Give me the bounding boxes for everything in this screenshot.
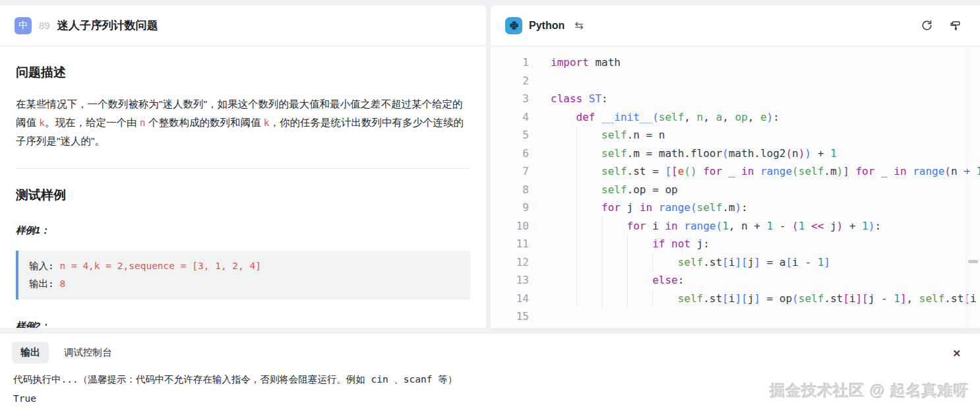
example2-label: 样例2： bbox=[16, 320, 470, 328]
console-panel: 输出调试控制台 ✕ 代码执行中...（温馨提示：代码中不允许存在输入指令，否则将… bbox=[0, 333, 980, 409]
code-line[interactable]: 10 for i in range(1, n + 1 - (1 << j) + … bbox=[491, 217, 980, 236]
line-number: 7 bbox=[491, 162, 529, 181]
line-number: 8 bbox=[491, 181, 529, 199]
section-divider bbox=[16, 168, 470, 169]
line-number: 15 bbox=[491, 307, 529, 326]
line-number: 3 bbox=[491, 90, 529, 108]
line-number: 5 bbox=[491, 126, 529, 144]
problem-title: 迷人子序列计数问题 bbox=[57, 18, 158, 33]
output-value: 8 bbox=[59, 278, 65, 289]
problem-description: 在某些情况下，一个数列被称为"迷人数列"，如果这个数列的最大值和最小值之差不超过… bbox=[16, 95, 470, 150]
close-icon[interactable]: ✕ bbox=[952, 348, 961, 358]
code-line[interactable]: 5 self.n = n bbox=[491, 126, 980, 144]
refresh-icon bbox=[921, 19, 933, 32]
console-tab-1[interactable]: 调试控制台 bbox=[55, 342, 121, 363]
inline-code: k bbox=[39, 117, 45, 128]
input-value: n = 4,k = 2,sequence = [3, 1, 2, 4] bbox=[59, 261, 261, 271]
format-code-button[interactable] bbox=[949, 19, 962, 32]
code-line[interactable]: 6 self.m = math.floor(math.log2(n)) + 1 bbox=[491, 144, 980, 163]
language-label[interactable]: Python bbox=[529, 20, 565, 32]
problem-panel: 中 89 迷人子序列计数问题 问题描述 在某些情况下，一个数列被称为"迷人数列"… bbox=[0, 5, 486, 328]
code-line[interactable]: 2 bbox=[491, 72, 980, 90]
example1-output-line: 输出: 8 bbox=[29, 275, 460, 293]
line-number: 6 bbox=[491, 144, 529, 163]
switch-language-icon[interactable]: ⇆ bbox=[574, 19, 583, 32]
problem-body: 问题描述 在某些情况下，一个数列被称为"迷人数列"，如果这个数列的最大值和最小值… bbox=[0, 64, 486, 328]
code-line[interactable]: 11 if not j: bbox=[491, 235, 980, 253]
console-tabs: 输出调试控制台 bbox=[0, 334, 980, 363]
code-line[interactable]: 3class ST: bbox=[491, 90, 980, 108]
inline-code: n bbox=[140, 117, 146, 128]
code-line[interactable]: 1import math bbox=[491, 53, 980, 72]
output-label: 输出: bbox=[29, 278, 59, 289]
code-line[interactable]: 7 self.st = [[e() for _ in range(self.m)… bbox=[491, 162, 980, 181]
line-number: 2 bbox=[491, 72, 529, 90]
line-number: 1 bbox=[491, 53, 529, 72]
console-output: 代码执行中...（温馨提示：代码中不允许存在输入指令，否则将会阻塞运行。例如 c… bbox=[0, 363, 980, 408]
input-label: 输入: bbox=[29, 261, 59, 271]
console-tab-0[interactable]: 输出 bbox=[12, 342, 49, 363]
problem-header: 中 89 迷人子序列计数问题 bbox=[0, 5, 486, 46]
line-number: 13 bbox=[491, 271, 529, 290]
code-line[interactable]: 8 self.op = op bbox=[491, 181, 980, 199]
reset-code-button[interactable] bbox=[921, 19, 933, 32]
console-result-text: True bbox=[13, 389, 967, 408]
line-number: 14 bbox=[491, 290, 529, 308]
difficulty-badge: 中 bbox=[15, 17, 32, 34]
code-line[interactable]: 12 self.st[i][j] = a[i - 1] bbox=[491, 253, 980, 272]
editor-actions bbox=[921, 19, 962, 32]
examples-heading: 测试样例 bbox=[16, 187, 470, 204]
code-line[interactable]: 15 bbox=[491, 307, 980, 326]
example1-block: 输入: n = 4,k = 2,sequence = [3, 1, 2, 4] … bbox=[16, 251, 470, 299]
code-line[interactable]: 14 self.st[i][j] = op(self.st[i][j - 1],… bbox=[491, 290, 980, 308]
line-number: 9 bbox=[491, 199, 529, 217]
problem-id: 89 bbox=[39, 20, 50, 31]
line-number: 4 bbox=[491, 108, 529, 127]
scrollbar-thumb[interactable] bbox=[968, 260, 978, 263]
editor-header: Python ⇆ bbox=[491, 5, 980, 46]
example1-input-line: 输入: n = 4,k = 2,sequence = [3, 1, 2, 4] bbox=[29, 257, 460, 275]
code-line[interactable]: 9 for j in range(self.m): bbox=[491, 199, 980, 217]
example1-label: 样例1： bbox=[16, 224, 470, 237]
code-line[interactable]: 4 def __init__(self, n, a, op, e): bbox=[491, 108, 980, 127]
python-logo-icon bbox=[505, 17, 522, 34]
format-icon bbox=[949, 19, 962, 32]
scrollbar-track bbox=[966, 46, 967, 328]
code-line[interactable]: 13 else: bbox=[491, 271, 980, 290]
line-number: 11 bbox=[491, 235, 529, 253]
code-editor[interactable]: 1import math23class ST:4 def __init__(se… bbox=[491, 46, 980, 328]
line-number: 12 bbox=[491, 253, 529, 272]
line-number: 10 bbox=[491, 217, 529, 236]
editor-panel: Python ⇆ 1import math23class ST:4 def __… bbox=[491, 5, 980, 328]
console-running-text: 代码执行中...（温馨提示：代码中不允许存在输入指令，否则将会阻塞运行。例如 c… bbox=[13, 370, 967, 389]
description-heading: 问题描述 bbox=[16, 64, 470, 81]
